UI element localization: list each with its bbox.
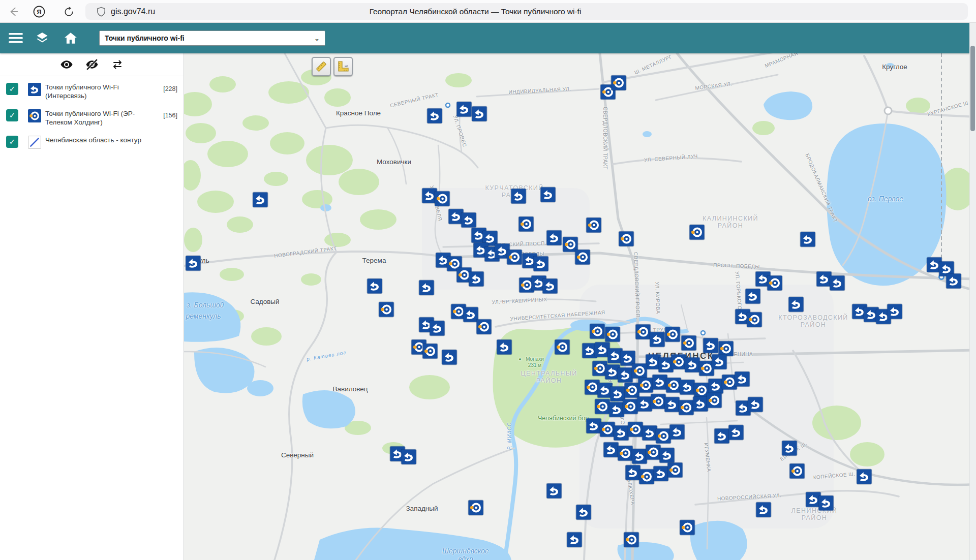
eye-off-icon[interactable] — [84, 58, 100, 71]
intersvyaz-wifi-marker[interactable] — [618, 368, 633, 383]
home-icon[interactable] — [62, 30, 79, 46]
ertelecom-wifi-marker[interactable] — [639, 470, 654, 484]
ertelecom-wifi-marker[interactable] — [625, 383, 639, 398]
intersvyaz-wifi-marker[interactable] — [653, 375, 667, 390]
intersvyaz-wifi-marker[interactable] — [547, 231, 562, 245]
intersvyaz-wifi-marker[interactable] — [609, 402, 624, 417]
intersvyaz-wifi-marker[interactable] — [782, 441, 797, 456]
ertelecom-wifi-marker[interactable] — [707, 393, 722, 408]
eye-icon[interactable] — [59, 58, 74, 71]
intersvyaz-wifi-marker[interactable] — [534, 257, 548, 271]
intersvyaz-wifi-marker[interactable] — [801, 232, 815, 247]
ertelecom-wifi-marker[interactable] — [379, 302, 394, 317]
swap-arrows-icon[interactable] — [110, 58, 125, 71]
ertelecom-wifi-marker[interactable] — [623, 399, 638, 414]
intersvyaz-wifi-marker[interactable] — [614, 426, 629, 441]
ertelecom-wifi-marker[interactable] — [619, 232, 634, 246]
ertelecom-wifi-marker[interactable] — [666, 378, 681, 393]
intersvyaz-wifi-marker[interactable] — [430, 321, 445, 336]
intersvyaz-wifi-marker[interactable] — [419, 281, 434, 295]
intersvyaz-wifi-marker[interactable] — [756, 503, 771, 517]
ertelecom-wifi-marker[interactable] — [605, 327, 620, 342]
intersvyaz-wifi-marker[interactable] — [789, 297, 804, 312]
layer-checkbox[interactable]: ✓ — [6, 83, 18, 95]
intersvyaz-wifi-marker[interactable] — [442, 350, 457, 365]
intersvyaz-wifi-marker[interactable] — [947, 274, 961, 289]
ertelecom-wifi-marker[interactable] — [656, 429, 671, 444]
ertelecom-wifi-marker[interactable] — [628, 422, 643, 437]
ertelecom-wifi-marker[interactable] — [590, 324, 605, 339]
ertelecom-wifi-marker[interactable] — [612, 76, 626, 90]
ertelecom-wifi-marker[interactable] — [600, 422, 615, 437]
intersvyaz-wifi-marker[interactable] — [670, 425, 685, 440]
refresh-icon[interactable] — [61, 4, 76, 19]
ertelecom-wifi-marker[interactable] — [587, 218, 601, 233]
layer-label[interactable]: Точки публичного Wi-Fi (ЭР-Телеком Холди… — [45, 109, 161, 127]
intersvyaz-wifi-marker[interactable] — [712, 355, 727, 369]
measure-distance-button[interactable] — [312, 57, 331, 76]
intersvyaz-wifi-marker[interactable] — [464, 307, 478, 322]
shield-icon[interactable] — [97, 7, 106, 17]
ertelecom-wifi-marker[interactable] — [618, 446, 633, 461]
intersvyaz-wifi-marker[interactable] — [693, 397, 708, 412]
ertelecom-wifi-marker[interactable] — [555, 340, 570, 355]
ertelecom-wifi-marker[interactable] — [665, 327, 680, 342]
intersvyaz-wifi-marker[interactable] — [709, 379, 723, 394]
intersvyaz-wifi-marker[interactable] — [511, 189, 526, 204]
intersvyaz-wifi-marker[interactable] — [541, 188, 556, 202]
intersvyaz-wifi-marker[interactable] — [729, 425, 744, 440]
ertelecom-wifi-marker[interactable] — [638, 378, 653, 393]
intersvyaz-wifi-marker[interactable] — [457, 102, 472, 117]
intersvyaz-wifi-marker[interactable] — [576, 505, 591, 520]
ertelecom-wifi-marker[interactable] — [680, 520, 695, 535]
intersvyaz-wifi-marker[interactable] — [660, 448, 675, 463]
ertelecom-wifi-marker[interactable] — [790, 464, 805, 479]
intersvyaz-wifi-marker[interactable] — [567, 533, 582, 547]
ertelecom-wifi-marker[interactable] — [507, 250, 522, 265]
layer-label[interactable]: Челябинская область - контур — [45, 136, 161, 144]
intersvyaz-wifi-marker[interactable] — [428, 109, 442, 123]
intersvyaz-wifi-marker[interactable] — [685, 358, 700, 372]
intersvyaz-wifi-marker[interactable] — [650, 332, 665, 347]
intersvyaz-wifi-marker[interactable] — [735, 372, 750, 387]
ertelecom-wifi-marker[interactable] — [747, 313, 762, 327]
intersvyaz-wifi-marker[interactable] — [665, 397, 680, 412]
url-text[interactable]: gis.gov74.ru — [111, 7, 155, 16]
map-select[interactable]: Точки публичного wi-fi ⌄ — [99, 30, 325, 46]
intersvyaz-wifi-marker[interactable] — [704, 338, 718, 353]
intersvyaz-wifi-marker[interactable] — [857, 470, 872, 484]
intersvyaz-wifi-marker[interactable] — [643, 426, 657, 441]
ertelecom-wifi-marker[interactable] — [519, 217, 534, 232]
ertelecom-wifi-marker[interactable] — [651, 394, 666, 409]
yandex-logo-icon[interactable]: Я — [32, 4, 47, 19]
ertelecom-wifi-marker[interactable] — [423, 344, 438, 359]
intersvyaz-wifi-marker[interactable] — [680, 380, 695, 395]
ertelecom-wifi-marker[interactable] — [690, 225, 705, 240]
ertelecom-wifi-marker[interactable] — [768, 276, 782, 291]
intersvyaz-wifi-marker[interactable] — [746, 289, 760, 304]
intersvyaz-wifi-marker[interactable] — [253, 193, 268, 207]
intersvyaz-wifi-marker[interactable] — [543, 279, 558, 294]
ertelecom-wifi-marker[interactable] — [668, 463, 683, 478]
intersvyaz-wifi-marker[interactable] — [402, 450, 416, 464]
ertelecom-wifi-marker[interactable] — [646, 445, 661, 460]
intersvyaz-wifi-marker[interactable] — [547, 484, 562, 499]
intersvyaz-wifi-marker[interactable] — [587, 419, 601, 433]
ertelecom-wifi-marker[interactable] — [477, 320, 492, 334]
intersvyaz-wifi-marker[interactable] — [830, 276, 845, 291]
intersvyaz-wifi-marker[interactable] — [368, 279, 382, 294]
ertelecom-wifi-marker[interactable] — [469, 501, 483, 515]
layer-checkbox[interactable]: ✓ — [6, 136, 18, 148]
layer-label[interactable]: Точки публичного Wi-Fi(Интерсвязь) — [45, 83, 161, 100]
layer-checkbox[interactable]: ✓ — [6, 109, 18, 121]
scrollbar-thumb[interactable] — [970, 46, 975, 131]
intersvyaz-wifi-marker[interactable] — [472, 107, 487, 121]
ertelecom-wifi-marker[interactable] — [719, 341, 734, 356]
intersvyaz-wifi-marker[interactable] — [604, 443, 619, 457]
ertelecom-wifi-marker[interactable] — [679, 400, 694, 415]
ertelecom-wifi-marker[interactable] — [595, 399, 610, 414]
ertelecom-wifi-marker[interactable] — [636, 325, 651, 339]
intersvyaz-wifi-marker[interactable] — [888, 304, 902, 319]
map-canvas[interactable]: Красное ПолеМоховичкиТеремаСадовыйВавило… — [184, 53, 976, 560]
intersvyaz-wifi-marker[interactable] — [654, 466, 668, 481]
